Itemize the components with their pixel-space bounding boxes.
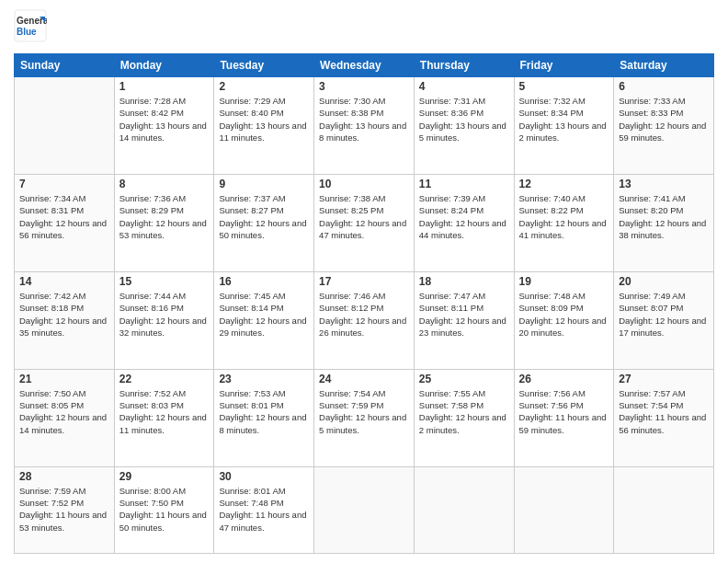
cell-content: Sunrise: 7:34 AMSunset: 8:31 PMDaylight:…: [19, 192, 109, 241]
calendar-cell: [314, 466, 415, 553]
weekday-header: Saturday: [614, 54, 714, 77]
day-number: 4: [419, 80, 509, 93]
day-number: 14: [19, 275, 109, 288]
day-number: 2: [219, 80, 309, 93]
calendar-cell: 24Sunrise: 7:54 AMSunset: 7:59 PMDayligh…: [314, 369, 415, 466]
day-number: 5: [519, 80, 609, 93]
cell-content: Sunrise: 7:46 AMSunset: 8:12 PMDaylight:…: [319, 290, 409, 339]
day-number: 22: [119, 373, 210, 385]
calendar-cell: 30Sunrise: 8:01 AMSunset: 7:48 PMDayligh…: [214, 466, 314, 553]
cell-content: Sunrise: 7:55 AMSunset: 7:58 PMDaylight:…: [419, 387, 509, 436]
calendar-cell: 13Sunrise: 7:41 AMSunset: 8:20 PMDayligh…: [614, 174, 714, 271]
calendar-cell: 10Sunrise: 7:38 AMSunset: 8:25 PMDayligh…: [314, 174, 415, 271]
weekday-header: Thursday: [414, 54, 514, 77]
cell-content: Sunrise: 7:29 AMSunset: 8:40 PMDaylight:…: [219, 95, 309, 144]
page: General Blue SundayMondayTuesdayWednesda…: [0, 0, 728, 563]
cell-content: Sunrise: 7:41 AMSunset: 8:20 PMDaylight:…: [619, 192, 709, 241]
calendar-cell: 25Sunrise: 7:55 AMSunset: 7:58 PMDayligh…: [414, 369, 514, 466]
calendar-cell: [514, 466, 614, 553]
cell-content: Sunrise: 7:44 AMSunset: 8:16 PMDaylight:…: [119, 290, 210, 339]
cell-content: Sunrise: 7:49 AMSunset: 8:07 PMDaylight:…: [619, 290, 709, 339]
day-number: 3: [319, 80, 409, 93]
calendar-cell: 26Sunrise: 7:56 AMSunset: 7:56 PMDayligh…: [514, 369, 614, 466]
cell-content: Sunrise: 7:31 AMSunset: 8:36 PMDaylight:…: [419, 95, 509, 144]
weekday-header: Tuesday: [214, 54, 314, 77]
cell-content: Sunrise: 7:37 AMSunset: 8:27 PMDaylight:…: [219, 192, 309, 241]
day-number: 9: [219, 178, 309, 190]
cell-content: Sunrise: 7:33 AMSunset: 8:33 PMDaylight:…: [619, 95, 709, 144]
day-number: 20: [619, 275, 709, 288]
calendar-cell: [414, 466, 514, 553]
day-number: 19: [519, 275, 609, 288]
cell-content: Sunrise: 7:54 AMSunset: 7:59 PMDaylight:…: [319, 387, 409, 436]
cell-content: Sunrise: 7:53 AMSunset: 8:01 PMDaylight:…: [219, 387, 309, 436]
svg-text:Blue: Blue: [17, 27, 37, 37]
day-number: 25: [419, 373, 509, 385]
day-number: 17: [319, 275, 409, 288]
calendar-cell: 20Sunrise: 7:49 AMSunset: 8:07 PMDayligh…: [614, 271, 714, 369]
day-number: 27: [619, 373, 709, 385]
day-number: 23: [219, 373, 309, 385]
day-number: 21: [19, 373, 109, 385]
day-number: 30: [219, 470, 309, 483]
day-number: 28: [19, 470, 109, 483]
day-number: 8: [119, 178, 210, 190]
weekday-header: Wednesday: [314, 54, 415, 77]
calendar-cell: 5Sunrise: 7:32 AMSunset: 8:34 PMDaylight…: [514, 77, 614, 175]
day-number: 11: [419, 178, 509, 190]
calendar-cell: 29Sunrise: 8:00 AMSunset: 7:50 PMDayligh…: [114, 466, 214, 553]
cell-content: Sunrise: 7:39 AMSunset: 8:24 PMDaylight:…: [419, 192, 509, 241]
calendar-cell: 1Sunrise: 7:28 AMSunset: 8:42 PMDaylight…: [114, 77, 214, 175]
cell-content: Sunrise: 8:01 AMSunset: 7:48 PMDaylight:…: [219, 485, 309, 534]
calendar-cell: 11Sunrise: 7:39 AMSunset: 8:24 PMDayligh…: [414, 174, 514, 271]
cell-content: Sunrise: 7:56 AMSunset: 7:56 PMDaylight:…: [519, 387, 609, 436]
calendar-cell: 21Sunrise: 7:50 AMSunset: 8:05 PMDayligh…: [15, 369, 115, 466]
calendar-cell: [614, 466, 714, 553]
cell-content: Sunrise: 7:38 AMSunset: 8:25 PMDaylight:…: [319, 192, 409, 241]
cell-content: Sunrise: 7:36 AMSunset: 8:29 PMDaylight:…: [119, 192, 210, 241]
cell-content: Sunrise: 7:57 AMSunset: 7:54 PMDaylight:…: [619, 387, 709, 436]
weekday-header: Sunday: [15, 54, 115, 77]
calendar-cell: 19Sunrise: 7:48 AMSunset: 8:09 PMDayligh…: [514, 271, 614, 369]
calendar-cell: 27Sunrise: 7:57 AMSunset: 7:54 PMDayligh…: [614, 369, 714, 466]
calendar-cell: 4Sunrise: 7:31 AMSunset: 8:36 PMDaylight…: [414, 77, 514, 175]
cell-content: Sunrise: 8:00 AMSunset: 7:50 PMDaylight:…: [119, 485, 210, 534]
day-number: 6: [619, 80, 709, 93]
cell-content: Sunrise: 7:48 AMSunset: 8:09 PMDaylight:…: [519, 290, 609, 339]
calendar-cell: 8Sunrise: 7:36 AMSunset: 8:29 PMDaylight…: [114, 174, 214, 271]
calendar-cell: 12Sunrise: 7:40 AMSunset: 8:22 PMDayligh…: [514, 174, 614, 271]
day-number: 24: [319, 373, 409, 385]
logo: General Blue: [14, 9, 51, 46]
calendar-cell: 22Sunrise: 7:52 AMSunset: 8:03 PMDayligh…: [114, 369, 214, 466]
cell-content: Sunrise: 7:40 AMSunset: 8:22 PMDaylight:…: [519, 192, 609, 241]
cell-content: Sunrise: 7:47 AMSunset: 8:11 PMDaylight:…: [419, 290, 509, 339]
logo-icon: General Blue: [14, 9, 47, 42]
header: General Blue: [14, 9, 714, 46]
cell-content: Sunrise: 7:59 AMSunset: 7:52 PMDaylight:…: [19, 485, 109, 534]
calendar-cell: 28Sunrise: 7:59 AMSunset: 7:52 PMDayligh…: [15, 466, 115, 553]
weekday-header: Friday: [514, 54, 614, 77]
cell-content: Sunrise: 7:45 AMSunset: 8:14 PMDaylight:…: [219, 290, 309, 339]
cell-content: Sunrise: 7:30 AMSunset: 8:38 PMDaylight:…: [319, 95, 409, 144]
cell-content: Sunrise: 7:52 AMSunset: 8:03 PMDaylight:…: [119, 387, 210, 436]
day-number: 12: [519, 178, 609, 190]
calendar-cell: 14Sunrise: 7:42 AMSunset: 8:18 PMDayligh…: [15, 271, 115, 369]
calendar-cell: 6Sunrise: 7:33 AMSunset: 8:33 PMDaylight…: [614, 77, 714, 175]
calendar-cell: 17Sunrise: 7:46 AMSunset: 8:12 PMDayligh…: [314, 271, 415, 369]
cell-content: Sunrise: 7:32 AMSunset: 8:34 PMDaylight:…: [519, 95, 609, 144]
day-number: 13: [619, 178, 709, 190]
cell-content: Sunrise: 7:50 AMSunset: 8:05 PMDaylight:…: [19, 387, 109, 436]
cell-content: Sunrise: 7:28 AMSunset: 8:42 PMDaylight:…: [119, 95, 210, 144]
calendar-table: SundayMondayTuesdayWednesdayThursdayFrid…: [14, 53, 714, 554]
day-number: 18: [419, 275, 509, 288]
day-number: 7: [19, 178, 109, 190]
calendar-cell: 3Sunrise: 7:30 AMSunset: 8:38 PMDaylight…: [314, 77, 415, 175]
calendar-cell: 2Sunrise: 7:29 AMSunset: 8:40 PMDaylight…: [214, 77, 314, 175]
calendar-cell: 18Sunrise: 7:47 AMSunset: 8:11 PMDayligh…: [414, 271, 514, 369]
calendar-cell: 23Sunrise: 7:53 AMSunset: 8:01 PMDayligh…: [214, 369, 314, 466]
day-number: 10: [319, 178, 409, 190]
day-number: 16: [219, 275, 309, 288]
calendar-cell: 15Sunrise: 7:44 AMSunset: 8:16 PMDayligh…: [114, 271, 214, 369]
day-number: 26: [519, 373, 609, 385]
weekday-header: Monday: [114, 54, 214, 77]
